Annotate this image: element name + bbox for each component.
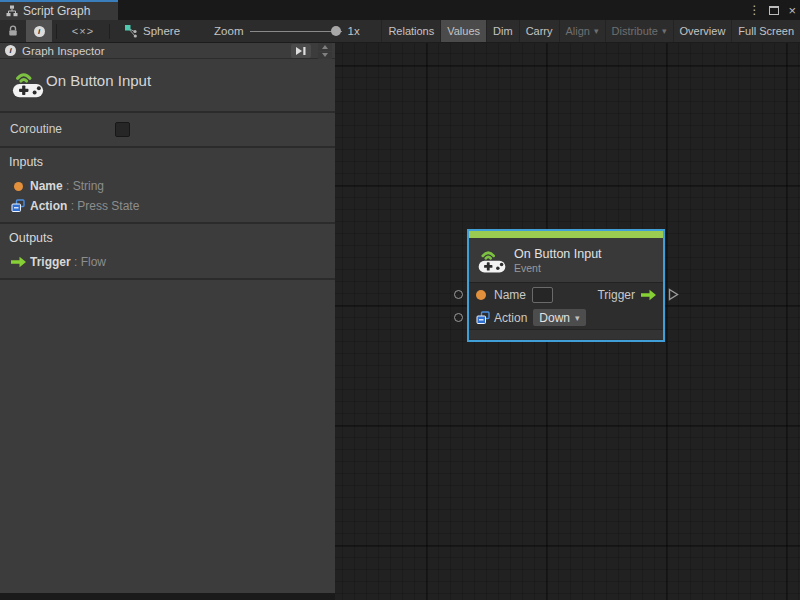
align-button[interactable]: Align ▾ (559, 20, 605, 42)
zoom-slider-thumb[interactable] (331, 26, 341, 36)
window-menu-icon[interactable]: ⋮ (748, 4, 760, 16)
triangle-up-icon (322, 45, 328, 49)
graph-target-breadcrumb[interactable]: Sphere (114, 20, 188, 42)
flow-arrow-icon (640, 289, 657, 301)
spin-down-button[interactable] (318, 52, 332, 60)
graph-toolbar: i <×> Sphere Zoom 1x Relations Values (0, 20, 800, 43)
gamepad-icon (477, 247, 507, 273)
port-name: Action (30, 199, 67, 213)
node-name-row: Name Trigger (469, 283, 663, 306)
inputs-title: Inputs (0, 155, 335, 169)
port-type: : Flow (71, 255, 106, 269)
distribute-button[interactable]: Distribute ▾ (605, 20, 673, 42)
unit-title: On Button Input (46, 72, 151, 89)
info-icon: i (34, 26, 45, 37)
panel-spinner (318, 43, 332, 59)
trigger-output-port[interactable] (668, 288, 679, 301)
dim-button[interactable]: Dim (486, 20, 519, 42)
window-bottom-edge (0, 593, 335, 600)
lock-icon (7, 25, 19, 37)
maximize-icon[interactable] (769, 6, 779, 15)
triangle-down-icon (322, 53, 328, 57)
action-dropdown[interactable]: Down ▾ (533, 309, 585, 326)
node-footer (469, 329, 663, 339)
graph-owner-icon (124, 24, 138, 38)
lock-button[interactable] (0, 20, 26, 42)
port-row-action: Action : Press State (0, 196, 335, 216)
outputs-title: Outputs (0, 231, 335, 245)
spin-up-button[interactable] (318, 43, 332, 51)
string-port-icon (476, 290, 486, 300)
zoom-slider-track (250, 31, 342, 32)
port-type: : String (63, 179, 104, 193)
unit-title-section: On Button Input (0, 59, 335, 111)
carry-button[interactable]: Carry (519, 20, 559, 42)
node-action-row: Action Down ▾ (469, 306, 663, 329)
graph-inspector-panel: i Graph Inspector (0, 43, 335, 593)
trigger-port-label: Trigger (597, 288, 635, 302)
name-port-label: Name (494, 288, 526, 302)
on-button-input-node[interactable]: On Button Input Event Name Trigger (467, 229, 665, 342)
port-name: Trigger (30, 255, 71, 269)
node-header[interactable]: On Button Input Event (469, 238, 663, 282)
node-subtitle: Event (514, 262, 602, 274)
tab-bar: Script Graph ⋮ × (0, 0, 800, 20)
gamepad-icon (11, 68, 45, 98)
tab-title: Script Graph (23, 4, 90, 18)
action-port-label: Action (494, 311, 527, 325)
port-row-trigger: Trigger : Flow (0, 252, 335, 272)
dock-icon (295, 46, 307, 56)
view-options-group: Relations Values Dim Carry Align ▾ Distr… (381, 20, 800, 42)
unity-visual-scripting-window: Script Graph ⋮ × i <×> (0, 0, 800, 600)
coroutine-label: Coroutine (10, 122, 62, 136)
graph-owner-label: Sphere (143, 25, 180, 37)
graph-canvas[interactable]: On Button Input Event Name Trigger (335, 43, 800, 600)
port-type: : Press State (67, 199, 139, 213)
overview-button[interactable]: Overview (673, 20, 732, 42)
inspector-toggle-button[interactable]: i (26, 20, 52, 42)
port-row-name: Name : String (0, 176, 335, 196)
action-dropdown-value: Down (539, 311, 570, 325)
outputs-section: Outputs Trigger : Flow (0, 224, 335, 278)
relations-button[interactable]: Relations (381, 20, 440, 42)
caret-down-icon: ▾ (594, 26, 599, 36)
caret-down-icon: ▾ (662, 26, 667, 36)
action-input-port[interactable] (454, 313, 463, 322)
name-input-port[interactable] (454, 290, 463, 299)
close-icon[interactable]: × (788, 4, 796, 17)
zoom-value: 1x (348, 25, 360, 37)
zoom-label: Zoom (214, 25, 243, 37)
inspector-header: i Graph Inspector (0, 43, 335, 59)
tab-script-graph[interactable]: Script Graph (0, 0, 118, 20)
enum-port-icon (11, 199, 25, 213)
event-color-bar (469, 231, 663, 238)
string-port-icon (14, 182, 23, 191)
inputs-section: Inputs Name : String Action : Press Stat… (0, 148, 335, 222)
port-name: Name (30, 179, 63, 193)
coroutine-row: Coroutine (0, 113, 335, 146)
section-divider (0, 278, 335, 280)
name-value-input[interactable] (532, 287, 553, 303)
enum-port-icon (476, 311, 490, 325)
toolbar-separator (56, 24, 57, 39)
flow-port-icon (10, 256, 27, 268)
dock-panel-button[interactable] (291, 44, 311, 58)
full-screen-button[interactable]: Full Screen (731, 20, 800, 42)
info-icon: i (5, 45, 16, 56)
node-title: On Button Input (514, 247, 602, 261)
inspector-title: Graph Inspector (22, 45, 104, 57)
caret-down-icon: ▾ (575, 313, 580, 323)
edit-source-button[interactable]: <×> (61, 20, 105, 42)
toolbar-separator (109, 24, 110, 39)
zoom-slider[interactable] (250, 26, 342, 36)
values-button[interactable]: Values (440, 20, 486, 42)
script-graph-icon (6, 5, 18, 17)
coroutine-checkbox[interactable] (115, 122, 130, 137)
